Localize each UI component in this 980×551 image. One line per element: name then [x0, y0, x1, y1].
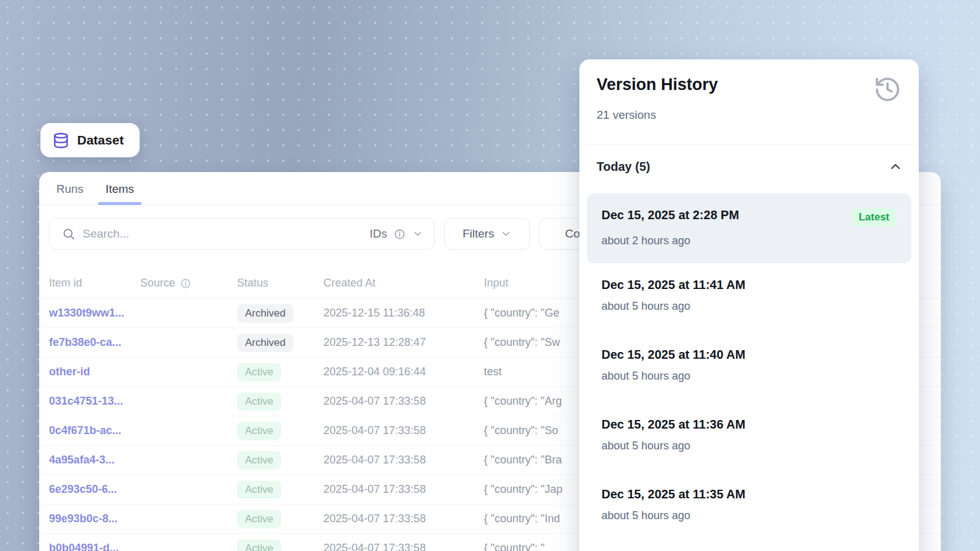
status-badge: Active [237, 451, 281, 470]
chevron-down-icon [500, 228, 511, 239]
created-at-cell: 2025-12-15 11:36:48 [323, 307, 484, 320]
created-at-cell: 2025-04-07 17:33:58 [323, 395, 484, 408]
version-entry[interactable]: Dec 15, 2025 at 11:36 AM about 5 hours a… [587, 403, 911, 473]
item-id-link[interactable]: 6e293c50-6... [49, 483, 140, 496]
version-entry-list: Dec 15, 2025 at 2:28 PM Latest about 2 h… [579, 193, 919, 542]
version-entry-title: Dec 15, 2025 at 11:36 AM [601, 418, 745, 432]
status-badge: Active [237, 363, 281, 381]
column-header-source: Source [140, 277, 237, 290]
created-at-cell: 2025-04-07 17:33:58 [323, 454, 484, 467]
item-id-link[interactable]: 031c4751-13... [49, 395, 140, 408]
created-at-cell: 2025-04-07 17:33:58 [323, 542, 484, 551]
version-entry-time: about 5 hours ago [601, 300, 897, 313]
status-badge: Active [237, 422, 281, 440]
chevron-up-icon[interactable] [888, 159, 903, 174]
status-badge: Active [237, 510, 281, 528]
created-at-cell: 2025-04-07 17:33:58 [323, 483, 484, 496]
status-badge: Archived [237, 334, 293, 352]
search-input[interactable] [83, 227, 363, 241]
item-id-link[interactable]: 4a95afa4-3... [49, 454, 140, 467]
ids-dropdown-label: IDs [370, 227, 388, 241]
status-badge: Active [237, 481, 281, 499]
info-icon[interactable] [394, 228, 405, 240]
divider [579, 144, 919, 144]
version-history-panel: Version History 21 versions Today (5) [579, 59, 919, 551]
ids-dropdown[interactable]: IDs [370, 227, 424, 241]
version-entry[interactable]: Dec 15, 2025 at 11:41 AM about 5 hours a… [587, 263, 911, 333]
version-group-label: Today (5) [597, 160, 650, 174]
version-count: 21 versions [597, 108, 902, 122]
tab-items[interactable]: Items [105, 182, 134, 204]
item-id-link[interactable]: 0c4f671b-ac... [49, 424, 140, 437]
version-history-header: Version History [579, 59, 919, 103]
database-icon [53, 132, 69, 149]
version-entry[interactable]: Dec 15, 2025 at 2:28 PM Latest about 2 h… [587, 193, 911, 263]
item-id-link[interactable]: 99e93b0c-8... [49, 512, 140, 525]
version-group-today[interactable]: Today (5) [597, 159, 903, 174]
history-clock-icon [873, 75, 902, 103]
status-badge: Archived [237, 304, 293, 323]
dataset-chip[interactable]: Dataset [40, 123, 140, 157]
item-id-link[interactable]: other-id [49, 365, 140, 378]
version-entry-title: Dec 15, 2025 at 11:41 AM [601, 278, 745, 292]
filters-button-label: Filters [462, 227, 494, 241]
tab-runs[interactable]: Runs [56, 182, 83, 204]
created-at-cell: 2025-04-07 17:33:58 [323, 424, 484, 437]
chevron-down-icon [412, 228, 423, 239]
version-entry-time: about 5 hours ago [601, 509, 897, 522]
created-at-cell: 2025-04-07 17:33:58 [323, 512, 484, 525]
status-badge: Active [237, 539, 281, 551]
search-icon [62, 227, 75, 241]
latest-badge: Latest [851, 208, 897, 227]
version-entry-time: about 5 hours ago [601, 370, 897, 383]
dataset-chip-label: Dataset [77, 133, 124, 148]
column-header-status: Status [237, 277, 323, 290]
item-id-link[interactable]: b0b04991-d... [49, 542, 140, 551]
version-entry[interactable]: Dec 15, 2025 at 11:35 AM about 5 hours a… [587, 473, 911, 542]
version-entry-title: Dec 15, 2025 at 11:35 AM [601, 487, 745, 501]
version-entry-title: Dec 15, 2025 at 11:40 AM [601, 348, 745, 362]
version-entry-time: about 5 hours ago [601, 440, 897, 452]
version-history-title: Version History [597, 75, 718, 94]
created-at-cell: 2025-12-13 12:28:47 [323, 336, 484, 349]
column-header-item-id: Item id [49, 277, 140, 290]
info-icon[interactable] [180, 278, 191, 289]
item-id-link[interactable]: fe7b38e0-ca... [49, 336, 140, 349]
status-badge: Active [237, 392, 281, 411]
column-header-created-at: Created At [323, 277, 484, 290]
app-background: Dataset Runs Items IDs [0, 0, 980, 551]
version-entry-time: about 2 hours ago [601, 234, 897, 247]
version-entry-title: Dec 15, 2025 at 2:28 PM [601, 208, 739, 222]
search-box[interactable]: IDs [49, 218, 435, 250]
version-entry[interactable]: Dec 15, 2025 at 11:40 AM about 5 hours a… [587, 333, 911, 403]
filters-button[interactable]: Filters [444, 218, 530, 250]
created-at-cell: 2025-12-04 09:16:44 [323, 365, 484, 378]
item-id-link[interactable]: w1330t9ww1... [49, 307, 140, 320]
